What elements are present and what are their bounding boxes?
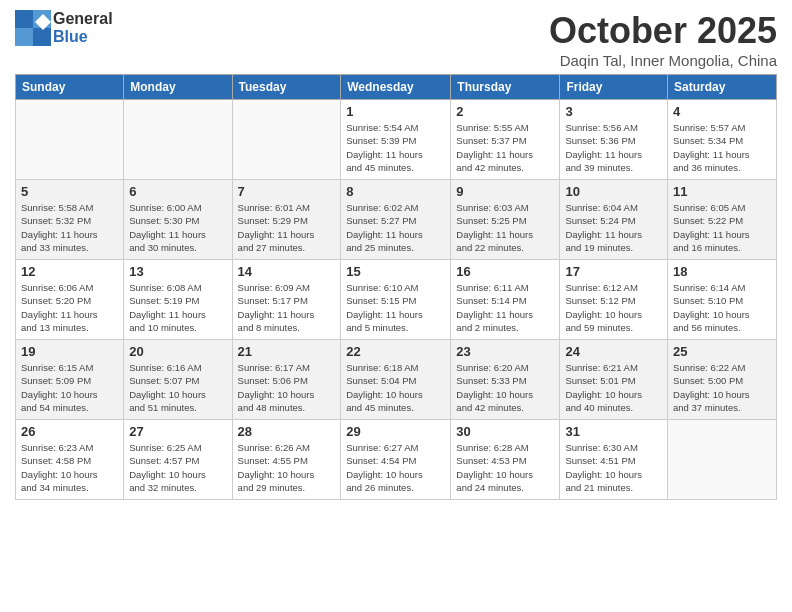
subtitle: Daqin Tal, Inner Mongolia, China bbox=[549, 52, 777, 69]
calendar-day-cell: 22Sunrise: 6:18 AMSunset: 5:04 PMDayligh… bbox=[341, 340, 451, 420]
calendar-day-cell: 25Sunrise: 6:22 AMSunset: 5:00 PMDayligh… bbox=[668, 340, 777, 420]
logo-general-text: General bbox=[53, 10, 113, 27]
logo-icon bbox=[15, 10, 51, 46]
calendar-day-cell bbox=[16, 100, 124, 180]
calendar-day-cell: 20Sunrise: 6:16 AMSunset: 5:07 PMDayligh… bbox=[124, 340, 232, 420]
day-info: Sunrise: 5:56 AMSunset: 5:36 PMDaylight:… bbox=[565, 121, 662, 174]
day-number: 11 bbox=[673, 184, 771, 199]
header: General Blue October 2025 Daqin Tal, Inn… bbox=[15, 10, 777, 69]
day-info: Sunrise: 6:05 AMSunset: 5:22 PMDaylight:… bbox=[673, 201, 771, 254]
day-number: 2 bbox=[456, 104, 554, 119]
day-number: 30 bbox=[456, 424, 554, 439]
day-number: 4 bbox=[673, 104, 771, 119]
day-number: 19 bbox=[21, 344, 118, 359]
day-number: 26 bbox=[21, 424, 118, 439]
day-info: Sunrise: 6:25 AMSunset: 4:57 PMDaylight:… bbox=[129, 441, 226, 494]
day-number: 22 bbox=[346, 344, 445, 359]
calendar-day-cell: 13Sunrise: 6:08 AMSunset: 5:19 PMDayligh… bbox=[124, 260, 232, 340]
calendar-day-cell: 23Sunrise: 6:20 AMSunset: 5:33 PMDayligh… bbox=[451, 340, 560, 420]
calendar-day-cell: 30Sunrise: 6:28 AMSunset: 4:53 PMDayligh… bbox=[451, 420, 560, 500]
calendar-day-cell: 7Sunrise: 6:01 AMSunset: 5:29 PMDaylight… bbox=[232, 180, 341, 260]
calendar-week-row: 19Sunrise: 6:15 AMSunset: 5:09 PMDayligh… bbox=[16, 340, 777, 420]
calendar-day-cell: 10Sunrise: 6:04 AMSunset: 5:24 PMDayligh… bbox=[560, 180, 668, 260]
day-info: Sunrise: 6:22 AMSunset: 5:00 PMDaylight:… bbox=[673, 361, 771, 414]
calendar-day-cell: 1Sunrise: 5:54 AMSunset: 5:39 PMDaylight… bbox=[341, 100, 451, 180]
calendar-day-cell: 9Sunrise: 6:03 AMSunset: 5:25 PMDaylight… bbox=[451, 180, 560, 260]
day-info: Sunrise: 6:00 AMSunset: 5:30 PMDaylight:… bbox=[129, 201, 226, 254]
day-info: Sunrise: 5:58 AMSunset: 5:32 PMDaylight:… bbox=[21, 201, 118, 254]
calendar-week-row: 5Sunrise: 5:58 AMSunset: 5:32 PMDaylight… bbox=[16, 180, 777, 260]
calendar-day-cell: 29Sunrise: 6:27 AMSunset: 4:54 PMDayligh… bbox=[341, 420, 451, 500]
page-container: General Blue October 2025 Daqin Tal, Inn… bbox=[0, 0, 792, 510]
day-number: 28 bbox=[238, 424, 336, 439]
calendar-day-cell: 26Sunrise: 6:23 AMSunset: 4:58 PMDayligh… bbox=[16, 420, 124, 500]
day-info: Sunrise: 6:23 AMSunset: 4:58 PMDaylight:… bbox=[21, 441, 118, 494]
calendar-day-cell: 3Sunrise: 5:56 AMSunset: 5:36 PMDaylight… bbox=[560, 100, 668, 180]
svg-rect-0 bbox=[15, 10, 33, 28]
calendar-day-cell: 17Sunrise: 6:12 AMSunset: 5:12 PMDayligh… bbox=[560, 260, 668, 340]
day-info: Sunrise: 6:17 AMSunset: 5:06 PMDaylight:… bbox=[238, 361, 336, 414]
day-number: 24 bbox=[565, 344, 662, 359]
calendar-day-cell: 14Sunrise: 6:09 AMSunset: 5:17 PMDayligh… bbox=[232, 260, 341, 340]
calendar-week-row: 12Sunrise: 6:06 AMSunset: 5:20 PMDayligh… bbox=[16, 260, 777, 340]
day-info: Sunrise: 5:54 AMSunset: 5:39 PMDaylight:… bbox=[346, 121, 445, 174]
weekday-header-saturday: Saturday bbox=[668, 75, 777, 100]
day-number: 20 bbox=[129, 344, 226, 359]
day-info: Sunrise: 6:11 AMSunset: 5:14 PMDaylight:… bbox=[456, 281, 554, 334]
day-info: Sunrise: 6:12 AMSunset: 5:12 PMDaylight:… bbox=[565, 281, 662, 334]
day-number: 12 bbox=[21, 264, 118, 279]
weekday-header-monday: Monday bbox=[124, 75, 232, 100]
calendar-day-cell: 5Sunrise: 5:58 AMSunset: 5:32 PMDaylight… bbox=[16, 180, 124, 260]
day-info: Sunrise: 6:10 AMSunset: 5:15 PMDaylight:… bbox=[346, 281, 445, 334]
calendar-week-row: 1Sunrise: 5:54 AMSunset: 5:39 PMDaylight… bbox=[16, 100, 777, 180]
calendar-day-cell: 16Sunrise: 6:11 AMSunset: 5:14 PMDayligh… bbox=[451, 260, 560, 340]
day-number: 3 bbox=[565, 104, 662, 119]
day-number: 7 bbox=[238, 184, 336, 199]
day-number: 25 bbox=[673, 344, 771, 359]
logo-blue-text: Blue bbox=[53, 28, 88, 45]
calendar-day-cell: 2Sunrise: 5:55 AMSunset: 5:37 PMDaylight… bbox=[451, 100, 560, 180]
calendar-day-cell: 28Sunrise: 6:26 AMSunset: 4:55 PMDayligh… bbox=[232, 420, 341, 500]
day-number: 1 bbox=[346, 104, 445, 119]
calendar-day-cell bbox=[124, 100, 232, 180]
day-info: Sunrise: 6:20 AMSunset: 5:33 PMDaylight:… bbox=[456, 361, 554, 414]
calendar-day-cell: 15Sunrise: 6:10 AMSunset: 5:15 PMDayligh… bbox=[341, 260, 451, 340]
day-info: Sunrise: 5:55 AMSunset: 5:37 PMDaylight:… bbox=[456, 121, 554, 174]
calendar-day-cell: 4Sunrise: 5:57 AMSunset: 5:34 PMDaylight… bbox=[668, 100, 777, 180]
calendar-day-cell bbox=[668, 420, 777, 500]
calendar-day-cell: 6Sunrise: 6:00 AMSunset: 5:30 PMDaylight… bbox=[124, 180, 232, 260]
day-number: 29 bbox=[346, 424, 445, 439]
weekday-header-friday: Friday bbox=[560, 75, 668, 100]
calendar-day-cell: 31Sunrise: 6:30 AMSunset: 4:51 PMDayligh… bbox=[560, 420, 668, 500]
day-number: 16 bbox=[456, 264, 554, 279]
day-info: Sunrise: 6:09 AMSunset: 5:17 PMDaylight:… bbox=[238, 281, 336, 334]
day-number: 17 bbox=[565, 264, 662, 279]
day-number: 5 bbox=[21, 184, 118, 199]
day-info: Sunrise: 6:01 AMSunset: 5:29 PMDaylight:… bbox=[238, 201, 336, 254]
day-info: Sunrise: 6:16 AMSunset: 5:07 PMDaylight:… bbox=[129, 361, 226, 414]
day-info: Sunrise: 6:03 AMSunset: 5:25 PMDaylight:… bbox=[456, 201, 554, 254]
day-info: Sunrise: 6:28 AMSunset: 4:53 PMDaylight:… bbox=[456, 441, 554, 494]
day-number: 21 bbox=[238, 344, 336, 359]
svg-rect-3 bbox=[33, 28, 51, 46]
logo: General Blue bbox=[15, 10, 113, 46]
day-number: 8 bbox=[346, 184, 445, 199]
day-info: Sunrise: 6:04 AMSunset: 5:24 PMDaylight:… bbox=[565, 201, 662, 254]
day-info: Sunrise: 6:18 AMSunset: 5:04 PMDaylight:… bbox=[346, 361, 445, 414]
day-info: Sunrise: 6:06 AMSunset: 5:20 PMDaylight:… bbox=[21, 281, 118, 334]
weekday-header-row: SundayMondayTuesdayWednesdayThursdayFrid… bbox=[16, 75, 777, 100]
day-info: Sunrise: 6:27 AMSunset: 4:54 PMDaylight:… bbox=[346, 441, 445, 494]
day-info: Sunrise: 6:21 AMSunset: 5:01 PMDaylight:… bbox=[565, 361, 662, 414]
day-number: 9 bbox=[456, 184, 554, 199]
calendar-day-cell: 27Sunrise: 6:25 AMSunset: 4:57 PMDayligh… bbox=[124, 420, 232, 500]
day-number: 13 bbox=[129, 264, 226, 279]
calendar-day-cell: 19Sunrise: 6:15 AMSunset: 5:09 PMDayligh… bbox=[16, 340, 124, 420]
calendar-day-cell bbox=[232, 100, 341, 180]
weekday-header-tuesday: Tuesday bbox=[232, 75, 341, 100]
calendar-day-cell: 18Sunrise: 6:14 AMSunset: 5:10 PMDayligh… bbox=[668, 260, 777, 340]
calendar-day-cell: 12Sunrise: 6:06 AMSunset: 5:20 PMDayligh… bbox=[16, 260, 124, 340]
day-number: 18 bbox=[673, 264, 771, 279]
day-number: 23 bbox=[456, 344, 554, 359]
weekday-header-wednesday: Wednesday bbox=[341, 75, 451, 100]
day-info: Sunrise: 6:08 AMSunset: 5:19 PMDaylight:… bbox=[129, 281, 226, 334]
